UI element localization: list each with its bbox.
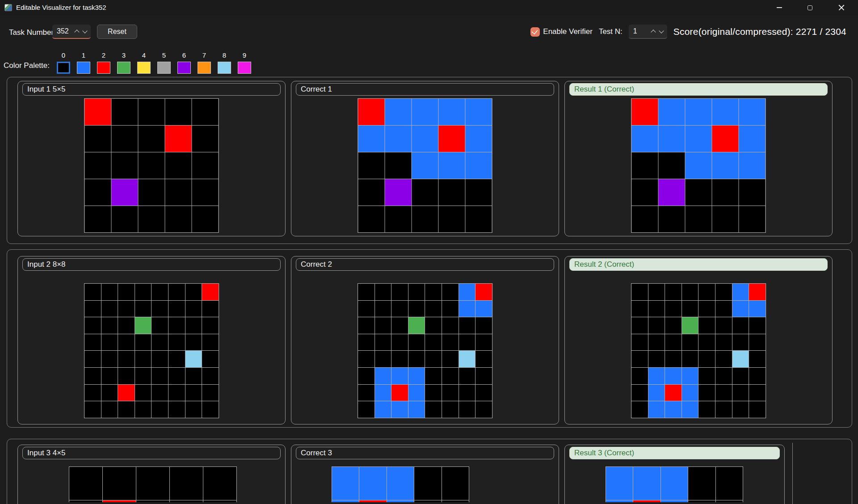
grid-cell[interactable] [739, 206, 765, 232]
grid-cell[interactable] [202, 301, 219, 317]
grid-cell[interactable] [135, 368, 151, 384]
grid-cell[interactable] [466, 99, 492, 125]
grid-cell[interactable] [732, 301, 749, 317]
grid-cell[interactable] [139, 126, 165, 152]
grid-cell[interactable] [202, 351, 219, 367]
grid-cell[interactable] [136, 467, 169, 500]
grid-cell[interactable] [85, 152, 111, 179]
grid-cell[interactable] [101, 301, 118, 317]
grid-cell[interactable] [165, 206, 192, 232]
grid-cell[interactable] [715, 385, 732, 401]
grid-cell[interactable] [358, 301, 374, 317]
grid-cell[interactable] [425, 284, 442, 300]
grid-cell[interactable] [152, 368, 168, 384]
result-2-grid[interactable] [631, 283, 766, 418]
grid-cell[interactable] [170, 500, 203, 502]
grid-cell[interactable] [391, 401, 408, 418]
grid-cell[interactable] [466, 179, 492, 206]
grid-cell[interactable] [661, 467, 688, 500]
grid-cell[interactable] [385, 206, 412, 232]
grid-cell[interactable] [85, 126, 111, 152]
grid-cell[interactable] [192, 179, 219, 206]
grid-cell[interactable] [749, 334, 765, 351]
grid-cell[interactable] [659, 179, 685, 206]
grid-cell[interactable] [475, 385, 492, 401]
grid-cell[interactable] [385, 152, 412, 179]
grid-cell[interactable] [185, 401, 202, 418]
grid-cell[interactable] [101, 334, 118, 351]
grid-cell[interactable] [715, 401, 732, 418]
palette-swatch-0[interactable] [57, 62, 70, 74]
grid-cell[interactable] [459, 351, 475, 367]
grid-cell[interactable] [699, 368, 715, 384]
grid-cell[interactable] [185, 385, 202, 401]
grid-cell[interactable] [665, 284, 681, 300]
grid-cell[interactable] [749, 317, 765, 334]
grid-cell[interactable] [648, 317, 665, 334]
grid-cell[interactable] [391, 284, 408, 300]
grid-cell[interactable] [699, 385, 715, 401]
grid-cell[interactable] [631, 284, 648, 300]
grid-cell[interactable] [136, 500, 169, 502]
grid-cell[interactable] [732, 401, 749, 418]
grid-cell[interactable] [631, 301, 648, 317]
grid-cell[interactable] [475, 284, 492, 300]
grid-cell[interactable] [682, 301, 698, 317]
grid-cell[interactable] [139, 206, 165, 232]
grid-cell[interactable] [665, 317, 681, 334]
grid-cell[interactable] [358, 334, 374, 351]
grid-cell[interactable] [385, 126, 412, 152]
palette-swatch-2[interactable] [97, 62, 110, 74]
grid-cell[interactable] [408, 351, 425, 367]
grid-cell[interactable] [659, 126, 685, 152]
grid-cell[interactable] [168, 385, 185, 401]
grid-cell[interactable] [118, 385, 135, 401]
grid-cell[interactable] [185, 334, 202, 351]
spinner-up-icon[interactable] [75, 29, 79, 34]
grid-cell[interactable] [661, 500, 688, 502]
grid-cell[interactable] [358, 152, 385, 179]
grid-cell[interactable] [408, 317, 425, 334]
grid-cell[interactable] [103, 467, 136, 500]
grid-cell[interactable] [632, 152, 658, 179]
grid-cell[interactable] [84, 317, 101, 334]
grid-cell[interactable] [168, 284, 185, 300]
grid-cell[interactable] [686, 126, 712, 152]
grid-cell[interactable] [439, 152, 465, 179]
reset-button[interactable]: Reset [97, 25, 137, 39]
grid-cell[interactable] [631, 368, 648, 384]
grid-cell[interactable] [425, 351, 442, 367]
grid-cell[interactable] [391, 368, 408, 384]
grid-cell[interactable] [165, 99, 192, 125]
grid-cell[interactable] [192, 126, 219, 152]
grid-cell[interactable] [633, 467, 660, 500]
grid-cell[interactable] [358, 179, 385, 206]
grid-cell[interactable] [375, 301, 391, 317]
input-1-grid[interactable] [84, 98, 219, 233]
palette-swatch-8[interactable] [218, 62, 231, 74]
grid-cell[interactable] [375, 351, 391, 367]
grid-cell[interactable] [648, 368, 665, 384]
grid-cell[interactable] [682, 334, 698, 351]
grid-cell[interactable] [739, 99, 765, 125]
close-button[interactable] [831, 0, 852, 15]
correct-3-grid[interactable] [332, 466, 469, 502]
grid-cell[interactable] [665, 401, 681, 418]
grid-cell[interactable] [732, 385, 749, 401]
grid-cell[interactable] [442, 351, 458, 367]
palette-swatch-7[interactable] [198, 62, 211, 74]
grid-cell[interactable] [749, 284, 765, 300]
grid-cell[interactable] [101, 385, 118, 401]
grid-cell[interactable] [439, 126, 465, 152]
chevron-down-icon[interactable] [660, 29, 664, 34]
grid-cell[interactable] [84, 284, 101, 300]
grid-cell[interactable] [391, 385, 408, 401]
grid-cell[interactable] [332, 467, 359, 500]
grid-cell[interactable] [375, 284, 391, 300]
grid-cell[interactable] [202, 401, 219, 418]
grid-cell[interactable] [665, 301, 681, 317]
grid-cell[interactable] [84, 334, 101, 351]
grid-cell[interactable] [665, 385, 681, 401]
grid-cell[interactable] [749, 301, 765, 317]
grid-cell[interactable] [699, 284, 715, 300]
